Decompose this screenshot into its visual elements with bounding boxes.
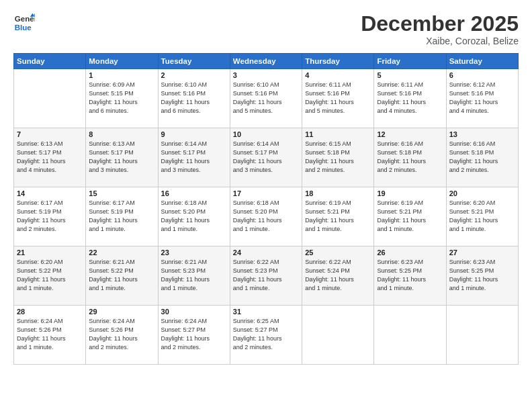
day-info: Sunrise: 6:14 AM Sunset: 5:17 PM Dayligh… [161,140,227,175]
header: General Blue December 2025 Xaibe, Coroza… [13,12,519,46]
day-cell: 25Sunrise: 6:22 AM Sunset: 5:24 PM Dayli… [302,246,374,306]
day-number: 17 [233,189,299,197]
day-cell: 6Sunrise: 6:12 AM Sunset: 5:16 PM Daylig… [446,69,518,128]
day-number: 24 [233,248,299,257]
day-cell: 12Sunrise: 6:16 AM Sunset: 5:18 PM Dayli… [374,128,446,187]
day-number: 13 [449,130,515,138]
page: General Blue December 2025 Xaibe, Coroza… [0,0,532,411]
day-info: Sunrise: 6:20 AM Sunset: 5:21 PM Dayligh… [449,199,515,234]
day-number: 2 [161,71,227,79]
title-block: December 2025 Xaibe, Corozal, Belize [361,12,519,46]
day-cell: 1Sunrise: 6:09 AM Sunset: 5:15 PM Daylig… [86,69,158,128]
day-info: Sunrise: 6:18 AM Sunset: 5:20 PM Dayligh… [233,199,299,234]
day-number: 28 [17,308,83,316]
day-number: 14 [17,189,83,197]
day-info: Sunrise: 6:11 AM Sunset: 5:16 PM Dayligh… [377,81,443,116]
day-cell: 10Sunrise: 6:14 AM Sunset: 5:17 PM Dayli… [230,128,302,187]
day-info: Sunrise: 6:14 AM Sunset: 5:17 PM Dayligh… [233,140,299,175]
day-number: 31 [233,308,299,316]
day-info: Sunrise: 6:18 AM Sunset: 5:20 PM Dayligh… [161,199,227,234]
day-info: Sunrise: 6:20 AM Sunset: 5:22 PM Dayligh… [17,258,83,293]
day-info: Sunrise: 6:24 AM Sunset: 5:26 PM Dayligh… [17,317,83,352]
week-row-5: 28Sunrise: 6:24 AM Sunset: 5:26 PM Dayli… [14,306,519,365]
day-cell: 5Sunrise: 6:11 AM Sunset: 5:16 PM Daylig… [374,69,446,128]
day-number: 27 [449,248,515,257]
day-number: 3 [233,71,299,79]
day-info: Sunrise: 6:23 AM Sunset: 5:25 PM Dayligh… [377,258,443,293]
day-number: 7 [17,130,83,138]
day-info: Sunrise: 6:17 AM Sunset: 5:19 PM Dayligh… [89,199,154,234]
day-cell [302,306,374,365]
day-number: 5 [377,71,443,79]
weekday-header-row: SundayMondayTuesdayWednesdayThursdayFrid… [14,54,519,69]
day-number: 9 [161,130,227,138]
day-number: 25 [305,248,371,257]
day-number: 16 [161,189,227,197]
day-info: Sunrise: 6:16 AM Sunset: 5:18 PM Dayligh… [377,140,443,175]
day-cell: 23Sunrise: 6:21 AM Sunset: 5:23 PM Dayli… [158,246,230,306]
day-cell: 24Sunrise: 6:22 AM Sunset: 5:23 PM Dayli… [230,246,302,306]
location: Xaibe, Corozal, Belize [361,36,519,46]
logo: General Blue [13,12,35,34]
day-number: 20 [449,189,515,197]
day-number: 6 [449,71,515,79]
calendar-table: SundayMondayTuesdayWednesdayThursdayFrid… [13,53,519,365]
week-row-4: 21Sunrise: 6:20 AM Sunset: 5:22 PM Dayli… [14,246,519,306]
weekday-saturday: Saturday [446,54,518,69]
day-number: 29 [89,308,154,316]
day-cell: 18Sunrise: 6:19 AM Sunset: 5:21 PM Dayli… [302,187,374,246]
day-cell [446,306,518,365]
weekday-monday: Monday [86,54,158,69]
day-info: Sunrise: 6:22 AM Sunset: 5:24 PM Dayligh… [305,258,371,293]
day-cell: 30Sunrise: 6:24 AM Sunset: 5:27 PM Dayli… [158,306,230,365]
day-number: 1 [89,71,154,79]
day-number: 12 [377,130,443,138]
weekday-wednesday: Wednesday [230,54,302,69]
day-number: 23 [161,248,227,257]
week-row-2: 7Sunrise: 6:13 AM Sunset: 5:17 PM Daylig… [14,128,519,187]
day-number: 21 [17,248,83,257]
day-cell: 16Sunrise: 6:18 AM Sunset: 5:20 PM Dayli… [158,187,230,246]
day-cell: 20Sunrise: 6:20 AM Sunset: 5:21 PM Dayli… [446,187,518,246]
day-cell: 21Sunrise: 6:20 AM Sunset: 5:22 PM Dayli… [14,246,86,306]
day-info: Sunrise: 6:19 AM Sunset: 5:21 PM Dayligh… [305,199,371,234]
month-title: December 2025 [361,12,519,36]
day-number: 18 [305,189,371,197]
day-cell [374,306,446,365]
day-cell: 13Sunrise: 6:16 AM Sunset: 5:18 PM Dayli… [446,128,518,187]
day-cell: 31Sunrise: 6:25 AM Sunset: 5:27 PM Dayli… [230,306,302,365]
day-cell: 11Sunrise: 6:15 AM Sunset: 5:18 PM Dayli… [302,128,374,187]
day-info: Sunrise: 6:21 AM Sunset: 5:23 PM Dayligh… [161,258,227,293]
day-number: 8 [89,130,154,138]
day-cell: 7Sunrise: 6:13 AM Sunset: 5:17 PM Daylig… [14,128,86,187]
week-row-3: 14Sunrise: 6:17 AM Sunset: 5:19 PM Dayli… [14,187,519,246]
day-info: Sunrise: 6:09 AM Sunset: 5:15 PM Dayligh… [89,81,154,116]
day-info: Sunrise: 6:13 AM Sunset: 5:17 PM Dayligh… [89,140,154,175]
day-cell: 28Sunrise: 6:24 AM Sunset: 5:26 PM Dayli… [14,306,86,365]
day-number: 19 [377,189,443,197]
day-info: Sunrise: 6:24 AM Sunset: 5:26 PM Dayligh… [89,317,154,352]
day-info: Sunrise: 6:24 AM Sunset: 5:27 PM Dayligh… [161,317,227,352]
weekday-sunday: Sunday [14,54,86,69]
weekday-friday: Friday [374,54,446,69]
day-info: Sunrise: 6:12 AM Sunset: 5:16 PM Dayligh… [449,81,515,116]
day-cell: 8Sunrise: 6:13 AM Sunset: 5:17 PM Daylig… [86,128,158,187]
day-number: 10 [233,130,299,138]
day-info: Sunrise: 6:19 AM Sunset: 5:21 PM Dayligh… [377,199,443,234]
day-cell: 27Sunrise: 6:23 AM Sunset: 5:25 PM Dayli… [446,246,518,306]
day-info: Sunrise: 6:10 AM Sunset: 5:16 PM Dayligh… [233,81,299,116]
day-info: Sunrise: 6:10 AM Sunset: 5:16 PM Dayligh… [161,81,227,116]
day-info: Sunrise: 6:13 AM Sunset: 5:17 PM Dayligh… [17,140,83,175]
weekday-thursday: Thursday [302,54,374,69]
week-row-1: 1Sunrise: 6:09 AM Sunset: 5:15 PM Daylig… [14,69,519,128]
day-info: Sunrise: 6:17 AM Sunset: 5:19 PM Dayligh… [17,199,83,234]
day-cell: 26Sunrise: 6:23 AM Sunset: 5:25 PM Dayli… [374,246,446,306]
day-info: Sunrise: 6:15 AM Sunset: 5:18 PM Dayligh… [305,140,371,175]
day-info: Sunrise: 6:21 AM Sunset: 5:22 PM Dayligh… [89,258,154,293]
day-cell: 2Sunrise: 6:10 AM Sunset: 5:16 PM Daylig… [158,69,230,128]
day-number: 26 [377,248,443,257]
day-info: Sunrise: 6:16 AM Sunset: 5:18 PM Dayligh… [449,140,515,175]
day-number: 30 [161,308,227,316]
day-info: Sunrise: 6:25 AM Sunset: 5:27 PM Dayligh… [233,317,299,352]
day-cell: 9Sunrise: 6:14 AM Sunset: 5:17 PM Daylig… [158,128,230,187]
